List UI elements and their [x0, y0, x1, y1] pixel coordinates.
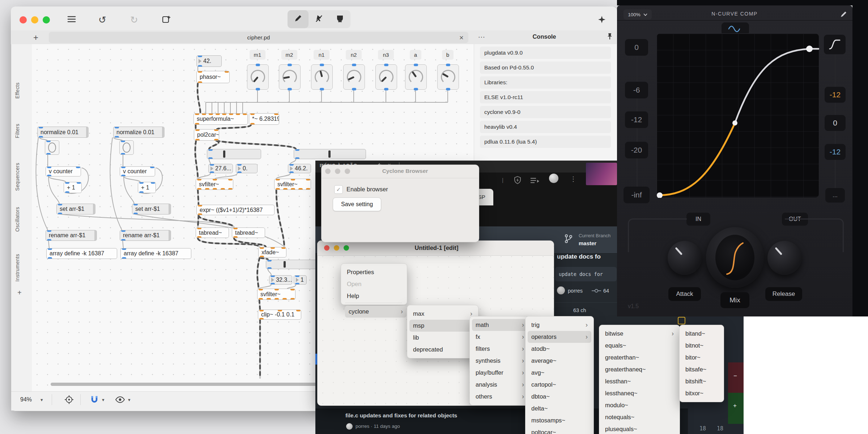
tab-close-icon[interactable]: ×: [459, 34, 464, 42]
outlet-port[interactable]: [133, 213, 138, 214]
patch-object[interactable]: svfilter~: [274, 179, 311, 190]
patch-object[interactable]: tabread~: [196, 227, 229, 238]
outlet-port[interactable]: [197, 188, 201, 190]
inlet-port[interactable]: [352, 64, 356, 66]
patch-slider[interactable]: [294, 149, 366, 159]
inlet-port[interactable]: [236, 113, 240, 115]
menu-item[interactable]: deprecated›: [407, 344, 478, 356]
console-overflow-button[interactable]: ...: [478, 31, 485, 39]
menu-item[interactable]: bitnot~: [680, 340, 724, 352]
outlet-port[interactable]: [47, 239, 51, 241]
inlet-port[interactable]: [197, 227, 201, 229]
outlet-port[interactable]: [214, 139, 218, 141]
main-menu-button[interactable]: [67, 15, 76, 25]
visibility-eye-icon[interactable]: [115, 396, 125, 405]
menu-item[interactable]: Properties: [341, 266, 407, 278]
outlet-port[interactable]: [289, 171, 294, 173]
inlet-port[interactable]: [39, 127, 43, 128]
patch-object[interactable]: tabread~: [232, 227, 265, 238]
snap-caret-icon[interactable]: ▾: [102, 397, 105, 403]
inlet-port[interactable]: [65, 182, 69, 184]
patch-bang[interactable]: [45, 140, 59, 155]
patch-message[interactable]: set arr-$1: [56, 204, 95, 214]
outlet-port[interactable]: [283, 188, 288, 190]
inlet-port[interactable]: [243, 113, 247, 115]
redo-icon[interactable]: ↻: [130, 14, 138, 26]
menu-item[interactable]: bitand~: [680, 328, 724, 340]
menu-item[interactable]: others›: [470, 391, 530, 403]
inlet-port[interactable]: [281, 247, 286, 249]
outlet-port[interactable]: [267, 298, 271, 300]
menu-item[interactable]: bitor~: [680, 352, 724, 363]
patch-num[interactable]: 32.3...: [269, 275, 292, 285]
bang-circle[interactable]: [123, 142, 131, 153]
inlet-port[interactable]: [290, 289, 295, 290]
patch-message[interactable]: normalize 0.01: [113, 127, 165, 138]
outlet-port[interactable]: [46, 153, 51, 155]
menu-item[interactable]: average~: [526, 355, 593, 367]
patch-message[interactable]: rename arr-$1: [120, 230, 171, 241]
inlet-port[interactable]: [213, 179, 217, 180]
outlet-port[interactable]: [47, 175, 51, 176]
pin-icon[interactable]: [606, 33, 613, 42]
inlet-port[interactable]: [256, 64, 260, 66]
dialog-close-button[interactable]: [325, 169, 331, 174]
outlet-port[interactable]: [195, 139, 200, 141]
sidebar-item-sequencers[interactable]: Sequencers: [14, 163, 20, 191]
menu-item[interactable]: trig›: [526, 319, 593, 331]
patch-object[interactable]: svfilter~: [196, 179, 233, 190]
menu-item[interactable]: atodb~: [526, 343, 593, 355]
inlet-port[interactable]: [291, 179, 295, 180]
menu-item[interactable]: synthesis›: [470, 355, 530, 367]
inlet-port[interactable]: [306, 179, 310, 180]
outlet-port[interactable]: [414, 88, 418, 90]
new-tab-button[interactable]: +: [33, 33, 38, 43]
inlet-port[interactable]: [122, 248, 126, 250]
knob-n1[interactable]: [311, 64, 333, 90]
inlet-port[interactable]: [214, 129, 218, 131]
zoom-caret-icon[interactable]: ▾: [41, 397, 43, 403]
outlet-port[interactable]: [233, 236, 238, 238]
patch-message[interactable]: normalize 0.01: [37, 127, 89, 138]
patch-object[interactable]: superformula~: [193, 113, 248, 125]
inlet-port[interactable]: [121, 230, 125, 232]
inlet-port[interactable]: [259, 289, 263, 290]
outlet-port[interactable]: [276, 188, 280, 190]
patch-message[interactable]: set arr-$1: [132, 204, 171, 214]
inlet-port[interactable]: [202, 113, 206, 115]
outlet-port[interactable]: [259, 318, 264, 320]
save-setting-button[interactable]: Save setting: [333, 197, 381, 211]
menu-item[interactable]: mstosamps~: [526, 414, 593, 426]
inlet-port[interactable]: [121, 140, 125, 142]
outlet-port[interactable]: [198, 81, 202, 83]
inlet-port[interactable]: [209, 113, 213, 115]
inlet-port[interactable]: [276, 179, 280, 180]
patch-object[interactable]: clip~ -0.1 0.1: [258, 310, 301, 320]
add-object-icon[interactable]: [161, 14, 171, 26]
outlet-port[interactable]: [121, 175, 125, 176]
enable-browser-checkbox[interactable]: ✓: [334, 185, 343, 194]
menu-item[interactable]: greaterthan~: [599, 352, 680, 363]
inlet-port[interactable]: [295, 149, 299, 151]
inlet-port[interactable]: [133, 204, 138, 205]
menu-item[interactable]: msp›: [409, 320, 476, 332]
menu-item[interactable]: math›: [472, 319, 528, 331]
knob-m1[interactable]: [247, 64, 269, 90]
inlet-port[interactable]: [121, 166, 125, 168]
inlet-port[interactable]: [48, 248, 52, 250]
inlet-port[interactable]: [233, 227, 238, 229]
close-window-button[interactable]: [324, 245, 329, 251]
inlet-port[interactable]: [259, 310, 264, 311]
snap-magnet-icon[interactable]: [90, 395, 99, 406]
outlet-port[interactable]: [290, 298, 295, 300]
outlet-port[interactable]: [446, 88, 450, 90]
outlet-port[interactable]: [271, 283, 275, 285]
outlet-port[interactable]: [320, 88, 324, 90]
patch-object[interactable]: array define -k 16387: [46, 248, 117, 259]
patch-slider[interactable]: [207, 149, 261, 159]
patch-num[interactable]: 46.2.: [288, 164, 311, 173]
outlet-port[interactable]: [228, 188, 233, 190]
inlet-port[interactable]: [250, 113, 255, 115]
patch-num[interactable]: 1: [294, 275, 307, 285]
inlet-port[interactable]: [446, 64, 450, 66]
